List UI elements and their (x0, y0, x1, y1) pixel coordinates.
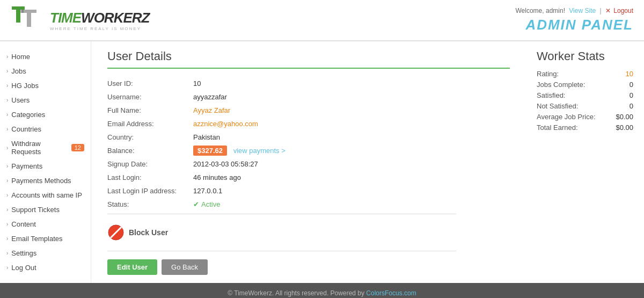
sidebar-item-hg-jobs[interactable]: ›HG Jobs (0, 78, 91, 93)
status-value: ✔ Active (193, 200, 220, 208)
sidebar-item-log-out[interactable]: ›Log Out (0, 260, 91, 275)
signup-value: 2012-03-03 05:58:27 (193, 160, 258, 168)
stats-rating-value: 10 (626, 70, 633, 78)
last-login-value: 46 minutes ago (193, 173, 241, 181)
logo-icon (11, 5, 43, 35)
fullname-label: Full Name: (107, 106, 193, 114)
logout-link[interactable]: Logout (613, 7, 633, 14)
chevron-icon: › (6, 145, 8, 151)
footer-link[interactable]: ColorsFocus.com (366, 289, 416, 297)
sidebar-item-content[interactable]: ›Content (0, 217, 91, 231)
country-value: Pakistan (193, 133, 220, 141)
email-label: Email Address: (107, 120, 193, 128)
username-label: Username: (107, 93, 193, 101)
divider-2 (107, 251, 456, 251)
sidebar-item-categories[interactable]: ›Categories (0, 107, 91, 122)
sidebar-item-label: Countries (11, 125, 41, 133)
divider-1 (107, 214, 456, 214)
stats-satisfied-label: Satisfied: (537, 91, 565, 99)
sidebar-item-label: Home (11, 53, 30, 61)
email-row: Email Address: azznice@yahoo.com (107, 120, 456, 128)
stats-not-satisfied-value: 0 (630, 102, 633, 110)
chevron-icon: › (6, 192, 8, 198)
sidebar-item-countries[interactable]: ›Countries (0, 122, 91, 136)
sidebar-item-label: Payments (11, 162, 42, 170)
svg-rect-4 (20, 10, 24, 13)
country-label: Country: (107, 133, 193, 141)
content-area: User Details User ID: 10 Username: ayyaz… (91, 41, 526, 283)
page-title: User Details (107, 49, 510, 69)
stats-satisfied-row: Satisfied: 0 (537, 91, 633, 99)
balance-value-area: $327.62 view payments > (193, 147, 286, 155)
stats-jobs-value: 0 (630, 81, 633, 89)
stats-total-earned-value: $0.00 (616, 123, 633, 132)
sidebar-item-label: Content (11, 220, 36, 228)
stats-not-satisfied-row: Not Satisfied: 0 (537, 102, 633, 110)
last-ip-value: 127.0.0.1 (193, 187, 222, 195)
sidebar-item-settings[interactable]: ›Settings (0, 246, 91, 260)
username-row: Username: ayyazzafar (107, 93, 456, 101)
stats-avg-price-row: Average Job Price: $0.00 (537, 113, 633, 121)
stats-total-earned-row: Total Earned: $0.00 (537, 123, 633, 132)
signup-label: Signup Date: (107, 160, 193, 168)
chevron-icon: › (6, 178, 8, 184)
view-site-link[interactable]: View Site (569, 7, 596, 14)
logout-x-icon: ✕ (605, 7, 611, 14)
stats-avg-price-label: Average Job Price: (537, 113, 596, 121)
stats-total-earned-label: Total Earned: (537, 123, 578, 132)
worker-stats-panel: Worker Stats Rating: 10 Jobs Complete: 0… (526, 41, 644, 283)
sidebar-item-payments-methods[interactable]: ›Payments Methods (0, 173, 91, 188)
chevron-icon: › (6, 163, 8, 169)
sidebar-item-label: Payments Methods (11, 177, 71, 185)
logo-text-area: TIMEWORKERZ WHERE TIME REALY IS MONEY (50, 10, 149, 31)
chevron-icon: › (6, 112, 8, 118)
status-row: Status: ✔ Active (107, 200, 456, 208)
signup-row: Signup Date: 2012-03-03 05:58:27 (107, 160, 456, 168)
fullname-value: Ayyaz Zafar (193, 106, 230, 114)
worker-stats-title: Worker Stats (537, 49, 633, 63)
sidebar-item-label: Email Templates (11, 235, 62, 243)
user-detail-table: User ID: 10 Username: ayyazzafar Full Na… (107, 79, 456, 208)
sidebar-item-withdraw-requests[interactable]: ›Withdraw Requests12 (0, 136, 91, 159)
sidebar-badge: 12 (71, 144, 84, 151)
chevron-icon: › (6, 236, 8, 242)
edit-user-button[interactable]: Edit User (107, 259, 157, 275)
sidebar-item-email-templates[interactable]: ›Email Templates (0, 231, 91, 246)
block-user-row: Block User (107, 220, 510, 245)
chevron-icon: › (6, 250, 8, 256)
header: TIMEWORKERZ WHERE TIME REALY IS MONEY We… (0, 0, 644, 41)
email-value: azznice@yahoo.com (193, 120, 258, 128)
sidebar-item-jobs[interactable]: ›Jobs (0, 64, 91, 78)
username-value: ayyazzafar (193, 93, 227, 101)
sidebar-item-label: Jobs (11, 67, 26, 75)
status-label: Status: (107, 200, 193, 208)
sidebar-item-accounts-with-same-ip[interactable]: ›Accounts with same IP (0, 188, 91, 202)
stats-rating-label: Rating: (537, 70, 559, 78)
last-login-label: Last Login: (107, 173, 193, 181)
sidebar-item-home[interactable]: ›Home (0, 49, 91, 64)
last-ip-label: Last Login IP address: (107, 187, 193, 195)
balance-badge: $327.62 (193, 146, 227, 156)
go-back-button[interactable]: Go Back (162, 259, 208, 275)
sidebar: ›Home›Jobs›HG Jobs›Users›Categories›Coun… (0, 41, 91, 283)
chevron-icon: › (6, 221, 8, 227)
sidebar-item-payments[interactable]: ›Payments (0, 159, 91, 173)
footer: © TimeWorkerz. All rights reserved. Powe… (0, 283, 644, 298)
chevron-icon: › (6, 126, 8, 132)
sidebar-item-users[interactable]: ›Users (0, 93, 91, 107)
view-payments-link[interactable]: view payments > (233, 147, 286, 155)
stats-jobs-label: Jobs Complete: (537, 81, 585, 89)
block-user-label[interactable]: Block User (129, 228, 168, 237)
check-icon: ✔ (193, 200, 199, 208)
sidebar-item-support-tickets[interactable]: ›Support Tickets (0, 202, 91, 217)
stats-satisfied-value: 0 (630, 91, 633, 99)
stats-avg-price-value: $0.00 (616, 113, 633, 121)
last-ip-row: Last Login IP address: 127.0.0.1 (107, 187, 456, 195)
admin-panel-label: ADMIN PANEL (516, 17, 634, 33)
logo-brand: WORKERZ (81, 10, 149, 26)
welcome-text: Welcome, admin! (516, 7, 565, 14)
country-row: Country: Pakistan (107, 133, 456, 141)
header-right: Welcome, admin! View Site | ✕ Logout ADM… (516, 7, 634, 33)
fullname-row: Full Name: Ayyaz Zafar (107, 106, 456, 114)
sidebar-item-label: Support Tickets (11, 206, 60, 214)
